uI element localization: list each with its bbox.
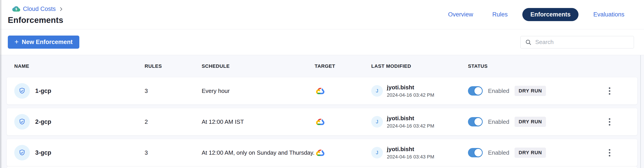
modified-time: 2024-04-16 03:43 PM <box>387 154 434 160</box>
dry-run-badge: DRY RUN <box>514 148 546 158</box>
gcp-icon <box>315 117 371 127</box>
toggle-knob <box>474 117 483 126</box>
shield-check-icon <box>18 118 26 126</box>
schedule-text: At 12:00 AM IST <box>202 118 315 125</box>
new-enforcement-button[interactable]: + New Enforcement <box>8 36 79 49</box>
enforcement-name[interactable]: 1-gcp <box>35 87 51 94</box>
gcp-icon <box>315 86 371 96</box>
rules-count: 3 <box>144 87 202 94</box>
column-header-target: Target <box>315 63 371 69</box>
modified-by: jyoti.bisht <box>387 84 434 91</box>
toggle-knob <box>474 86 483 95</box>
gcp-icon <box>315 148 371 158</box>
dry-run-badge: DRY RUN <box>514 117 546 127</box>
tab-rules[interactable]: Rules <box>488 8 512 21</box>
modified-time: 2024-04-16 03:42 PM <box>387 92 434 98</box>
new-enforcement-label: New Enforcement <box>22 39 73 46</box>
header-left: $ Cloud Costs Enforcements <box>8 0 64 29</box>
modified-time: 2024-04-16 03:42 PM <box>387 123 434 129</box>
avatar: J <box>371 147 383 159</box>
plus-icon: + <box>14 38 19 45</box>
status-label: Enabled <box>488 118 509 125</box>
table-row[interactable]: 1-gcp 3 Every hour J jyoti.bisht <box>7 77 637 104</box>
cloud-costs-icon: $ <box>12 5 20 13</box>
enforcement-badge <box>14 83 30 99</box>
enabled-toggle[interactable] <box>468 148 483 157</box>
enforcement-badge <box>14 145 30 161</box>
chevron-right-icon <box>58 6 64 12</box>
kebab-menu-icon[interactable] <box>607 116 612 127</box>
enforcement-name[interactable]: 3-gcp <box>35 149 51 156</box>
scrollbar[interactable] <box>640 55 641 168</box>
dry-run-badge: DRY RUN <box>514 86 546 96</box>
column-header-rules: Rules <box>144 63 202 69</box>
rules-count: 3 <box>144 149 202 156</box>
tab-overview[interactable]: Overview <box>444 8 478 21</box>
status-label: Enabled <box>488 87 509 94</box>
column-header-last-modified: Last Modified <box>371 63 468 69</box>
tab-enforcements[interactable]: Enforcements <box>522 8 578 21</box>
modified-by: jyoti.bisht <box>387 115 434 122</box>
enforcements-table: Name Rules Schedule Target Last Modified… <box>0 55 644 168</box>
kebab-menu-icon[interactable] <box>607 85 612 96</box>
search-icon <box>525 39 532 46</box>
search-box[interactable] <box>520 36 634 48</box>
rules-count: 2 <box>144 118 202 125</box>
breadcrumb[interactable]: $ Cloud Costs <box>12 5 64 13</box>
next-row-peek <box>7 167 637 168</box>
enabled-toggle[interactable] <box>468 117 483 126</box>
svg-text:$: $ <box>16 7 17 11</box>
table-header-row: Name Rules Schedule Target Last Modified… <box>7 55 637 77</box>
kebab-menu-icon[interactable] <box>607 147 612 158</box>
schedule-text: At 12:00 AM, only on Sunday and Thursday… <box>202 149 315 156</box>
enforcement-badge <box>14 114 30 130</box>
header-tabs: Overview Rules Enforcements Evaluations <box>444 0 629 29</box>
table-row[interactable]: 2-gcp 2 At 12:00 AM IST J jyoti.bisht <box>7 108 637 135</box>
modified-by: jyoti.bisht <box>387 146 434 153</box>
column-header-schedule: Schedule <box>202 63 315 69</box>
breadcrumb-link-cloud-costs[interactable]: Cloud Costs <box>23 5 56 12</box>
status-label: Enabled <box>488 149 509 156</box>
search-input[interactable] <box>535 39 629 46</box>
tab-evaluations[interactable]: Evaluations <box>589 8 629 21</box>
avatar: J <box>371 116 383 128</box>
toggle-knob <box>474 148 483 157</box>
table-row[interactable]: 3-gcp 3 At 12:00 AM, only on Sunday and … <box>7 139 637 166</box>
enforcement-name[interactable]: 2-gcp <box>35 118 51 125</box>
shield-check-icon <box>18 87 26 95</box>
enforcements-page: $ Cloud Costs Enforcements Overview Rule… <box>0 0 644 168</box>
column-header-status: Status <box>468 63 600 69</box>
shield-check-icon <box>18 149 26 157</box>
column-header-name: Name <box>14 63 144 69</box>
avatar: J <box>371 85 383 97</box>
page-title: Enforcements <box>8 15 64 25</box>
page-header: $ Cloud Costs Enforcements Overview Rule… <box>0 0 644 29</box>
enabled-toggle[interactable] <box>468 86 483 95</box>
toolbar: + New Enforcement <box>0 29 644 55</box>
schedule-text: Every hour <box>202 87 315 94</box>
